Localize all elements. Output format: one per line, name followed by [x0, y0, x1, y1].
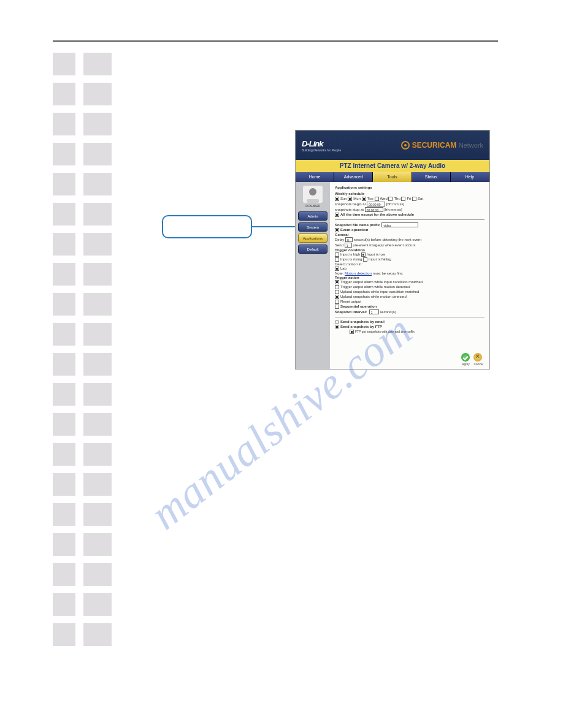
sidebar-applications[interactable]: Applications	[298, 233, 327, 243]
action-3-checkbox[interactable]	[335, 290, 339, 294]
cond-rising-checkbox[interactable]	[335, 257, 339, 262]
nav-help[interactable]: Help	[451, 172, 489, 182]
reset-output-checkbox[interactable]	[335, 300, 339, 304]
send-email-radio[interactable]	[335, 320, 339, 324]
settings-panel: Applications settings Weekly schedule Su…	[330, 182, 489, 370]
nav-tools[interactable]: Tools	[373, 172, 412, 182]
cond-falling-checkbox[interactable]	[363, 257, 367, 262]
prefix-input[interactable]: video	[381, 222, 418, 227]
camera-model: DCS-6620	[298, 204, 327, 208]
day-wed-checkbox[interactable]	[375, 197, 379, 201]
embedded-screenshot: D-Link Building Networks for People SECU…	[295, 130, 490, 370]
securicam-icon	[401, 141, 410, 150]
cond-high-checkbox[interactable]	[335, 252, 339, 257]
begin-time-input[interactable]: 00:00:00	[367, 202, 385, 207]
sidebar-decoration	[53, 53, 112, 653]
day-sun-checkbox[interactable]	[335, 197, 339, 201]
cancel-button[interactable]: Cancel	[473, 353, 483, 366]
apply-button[interactable]: Apply	[461, 353, 470, 366]
action-4-checkbox[interactable]	[335, 295, 339, 299]
interval-input[interactable]: 1	[369, 309, 379, 314]
day-fri-checkbox[interactable]	[401, 197, 405, 201]
left-sidebar: DCS-6620 Admin System Applications Defau…	[296, 182, 330, 370]
camera-icon	[303, 186, 323, 203]
cond-low-checkbox[interactable]	[361, 252, 366, 257]
page-title-bar: PTZ Internet Camera w/ 2-way Audio	[296, 160, 489, 172]
stop-time-input[interactable]: 00:00:00	[365, 207, 383, 212]
callout-box	[162, 215, 252, 238]
send-count-input[interactable]: 1	[345, 243, 352, 248]
header-rule	[53, 40, 498, 42]
cancel-icon	[473, 353, 482, 362]
event-operation-checkbox[interactable]	[335, 228, 339, 232]
delay-input[interactable]: 0	[345, 237, 353, 242]
apply-icon	[461, 353, 470, 362]
sidebar-default[interactable]: Default	[298, 245, 327, 254]
securicam-logo: SECURICAM Network	[401, 141, 483, 150]
day-sat-checkbox[interactable]	[412, 197, 416, 201]
callout-connector	[252, 226, 296, 227]
weekly-schedule-heading: Weekly schedule	[335, 192, 484, 195]
nav-advanced[interactable]: Advanced	[334, 172, 373, 182]
brand-logo: D-Link	[302, 139, 323, 148]
day-tue-checkbox[interactable]	[362, 197, 366, 201]
sidebar-admin[interactable]: Admin	[298, 211, 327, 221]
sequential-checkbox[interactable]	[335, 305, 339, 309]
sidebar-system[interactable]: System	[298, 222, 327, 232]
screenshot-header: D-Link Building Networks for People SECU…	[296, 131, 489, 160]
days-row: Sun Mon Tue Wed Thu Fri Sat	[335, 197, 484, 201]
nav-home[interactable]: Home	[296, 172, 334, 182]
motion-detection-link[interactable]: Motion detection	[345, 271, 372, 275]
action-2-checkbox[interactable]	[335, 285, 339, 289]
settings-title: Applications settings	[335, 186, 484, 189]
brand-tagline: Building Networks for People	[302, 148, 341, 152]
action-1-checkbox[interactable]	[335, 280, 339, 284]
nav-status[interactable]: Status	[412, 172, 451, 182]
alltime-checkbox[interactable]	[335, 213, 339, 217]
lab-checkbox[interactable]	[335, 267, 339, 271]
send-ftp-radio[interactable]	[335, 325, 339, 329]
day-thu-checkbox[interactable]	[388, 197, 393, 201]
ftp-suffix-checkbox[interactable]	[350, 330, 354, 334]
day-mon-checkbox[interactable]	[348, 197, 352, 201]
nav-tabs: Home Advanced Tools Status Help	[296, 172, 489, 182]
